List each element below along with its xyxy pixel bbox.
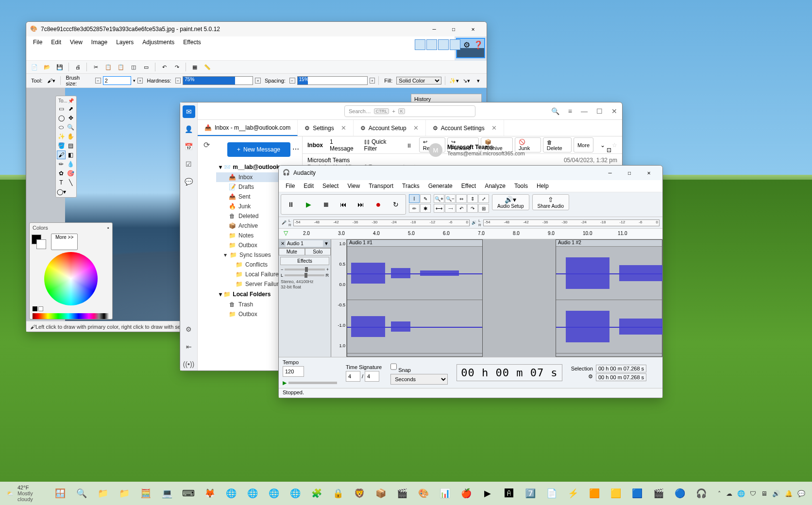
layers-toggle[interactable] xyxy=(438,39,449,50)
language-icon[interactable]: 🌐 xyxy=(737,490,745,497)
global-search[interactable]: Search… CTRL+K xyxy=(344,105,475,117)
close-button[interactable]: ✕ xyxy=(463,22,483,36)
effects-button[interactable]: Effects xyxy=(280,257,329,265)
clone-tool[interactable]: ✿ xyxy=(57,169,66,178)
taskbar-app-2[interactable]: 📁 xyxy=(93,484,113,503)
palette-strip[interactable] xyxy=(33,313,109,319)
menu-layers[interactable]: Layers xyxy=(112,37,137,59)
track-menu-caret[interactable]: ▼ xyxy=(324,241,329,246)
taskbar-app-18[interactable]: 📊 xyxy=(435,484,455,503)
zoom-tool[interactable]: 🔍 xyxy=(67,123,75,132)
menu-adjustments[interactable]: Adjustments xyxy=(138,37,178,59)
taskbar-app-5[interactable]: 💻 xyxy=(157,484,177,503)
tab-settings[interactable]: ⚙ Settings✕ xyxy=(298,120,353,136)
sync-space-icon[interactable]: ((•)) xyxy=(183,358,195,370)
move-select-tool[interactable]: ⬈ xyxy=(67,104,75,113)
track-name[interactable]: Audio 1 xyxy=(286,240,323,247)
save-icon[interactable]: 💾 xyxy=(54,62,65,72)
menu-edit[interactable]: Edit xyxy=(47,37,65,59)
lasso-tool[interactable]: ◯ xyxy=(57,114,66,122)
tab-close-icon[interactable]: ✕ xyxy=(491,124,497,132)
brush-tool[interactable]: 🖌 xyxy=(57,151,66,159)
menu-tracks[interactable]: Tracks xyxy=(398,181,423,191)
draw-tool[interactable]: ✏ xyxy=(409,204,420,213)
tasks-space-icon[interactable]: ☑ xyxy=(183,158,195,170)
line-tool[interactable]: ╲ xyxy=(67,178,75,187)
play-meter-icon[interactable]: 🔊 xyxy=(472,220,476,225)
copy-icon[interactable]: 📋 xyxy=(103,62,114,72)
colors-palette[interactable]: Colors▪ More >> xyxy=(29,222,113,320)
track-close-icon[interactable]: ✕ xyxy=(281,241,285,246)
taskbar-app-24[interactable]: ⚡ xyxy=(563,484,583,503)
tools-pin-icon[interactable]: 📌 xyxy=(68,98,74,103)
snap-checkbox[interactable]: Snap xyxy=(390,361,448,373)
grid-icon[interactable]: ▦ xyxy=(189,62,200,72)
menu-file[interactable]: File xyxy=(29,37,46,59)
fill-select[interactable]: Solid Color xyxy=(396,77,441,84)
new-icon[interactable]: 📄 xyxy=(29,62,40,72)
audio-clip-2[interactable]: Audio 1 #2 xyxy=(556,239,662,357)
tab-close-icon[interactable]: ✕ xyxy=(413,124,419,132)
audio-clip-1[interactable]: Audio 1 #1 xyxy=(347,239,483,357)
record-meter-icon[interactable]: 🎤 xyxy=(282,220,287,225)
trim-icon[interactable]: ⟷ xyxy=(434,204,444,213)
tab-account-settings[interactable]: ⚙ Account Settings✕ xyxy=(426,120,504,136)
tools-palette[interactable]: To...📌 ▭⬈ ◯✥ ⬭🔍 ✨✋ 🪣▤ 🖌◧ ✏💧 ✿🎯 T╲ ◯▾ xyxy=(55,96,77,198)
tray-overflow-icon[interactable]: ˄ xyxy=(718,490,721,497)
tab-account-setup[interactable]: ⚙ Account Setup✕ xyxy=(354,120,426,136)
taskbar-app-20[interactable]: ▶ xyxy=(478,484,497,503)
ruler-icon[interactable]: 📏 xyxy=(202,62,213,72)
cut-icon[interactable]: ✂ xyxy=(90,62,101,72)
menu-generate[interactable]: Generate xyxy=(424,181,457,191)
taskbar-app-1[interactable]: 🔍 xyxy=(72,484,91,503)
notifications-icon[interactable]: 💬 xyxy=(797,490,805,497)
menu-effect[interactable]: Effect xyxy=(457,181,480,191)
wand-tool[interactable]: ✨ xyxy=(57,132,66,141)
taskbar-app-9[interactable]: 🌐 xyxy=(243,484,262,503)
brush-decrement[interactable]: − xyxy=(95,78,101,84)
colors-close-icon[interactable]: ▪ xyxy=(107,225,109,231)
waveform-area[interactable]: 1.00.50.0-0.5-1.01.0 Audio 1 #1 Audio 1 … xyxy=(331,239,662,357)
taskbar-app-3[interactable]: 📁 xyxy=(115,484,134,503)
battery-icon[interactable]: 🔔 xyxy=(785,490,793,497)
taskbar-app-17[interactable]: 🎨 xyxy=(414,484,433,503)
record-button[interactable]: ● xyxy=(370,196,387,213)
tab-close-icon[interactable]: ✕ xyxy=(341,124,346,132)
taskbar-app-12[interactable]: 🧩 xyxy=(307,484,326,503)
pause-button[interactable]: ⏸ xyxy=(283,196,299,213)
redo-icon[interactable]: ↷ xyxy=(171,62,182,72)
settings-icon[interactable]: ⚙ xyxy=(461,39,472,50)
aa-icon[interactable]: ✨▾ xyxy=(449,75,459,86)
taskbar-app-4[interactable]: 🧮 xyxy=(136,484,155,503)
brush-tool-icon[interactable]: 🖌▾ xyxy=(46,75,56,86)
shapes-tool[interactable]: ◯▾ xyxy=(57,187,66,196)
time-display[interactable]: 00 h 00 m 07 s xyxy=(457,364,562,381)
tempo-input[interactable] xyxy=(283,366,304,377)
menu-help[interactable]: Help xyxy=(533,181,553,191)
menu-file[interactable]: File xyxy=(282,181,299,191)
primary-secondary-swatch[interactable] xyxy=(32,235,46,249)
addressbook-space-icon[interactable]: 👤 xyxy=(183,123,195,135)
paintnet-titlebar[interactable]: 🎨 7c8ee91cccf8e3d052857e19a393ca6e6fce53… xyxy=(26,22,487,36)
taskbar-app-6[interactable]: ⌨ xyxy=(179,484,198,503)
taskbar-app-30[interactable]: 🎧 xyxy=(692,484,711,503)
deselect-icon[interactable]: ▭ xyxy=(141,62,152,72)
undo-icon[interactable]: ↶ xyxy=(159,62,169,72)
white-swatch[interactable] xyxy=(38,306,43,311)
skip-end-button[interactable]: ⏭ xyxy=(353,196,369,213)
move-tool[interactable]: ✥ xyxy=(67,114,75,122)
menu-transport[interactable]: Transport xyxy=(365,181,397,191)
taskbar-app-15[interactable]: 📦 xyxy=(371,484,390,503)
multi-tool[interactable]: ✱ xyxy=(420,204,431,213)
close-button[interactable]: ✕ xyxy=(611,107,617,115)
stop-button[interactable]: ⏹ xyxy=(318,196,334,213)
timeline-ruler[interactable]: ▽ 2.03.04.05.06.07.08.09.010.011.0 xyxy=(279,229,662,239)
volume-icon[interactable]: 🔊 xyxy=(772,490,780,497)
minimize-button[interactable]: — xyxy=(600,166,620,180)
more-button[interactable]: More >> xyxy=(51,234,78,250)
audio-setup-button[interactable]: 🔊▾Audio Setup xyxy=(492,194,529,210)
external-icon[interactable]: ⊡ xyxy=(607,147,611,153)
envelope-tool[interactable]: ✎ xyxy=(420,194,431,203)
picker-tool[interactable]: 💧 xyxy=(67,160,75,168)
minimize-button[interactable]: — xyxy=(581,107,588,115)
